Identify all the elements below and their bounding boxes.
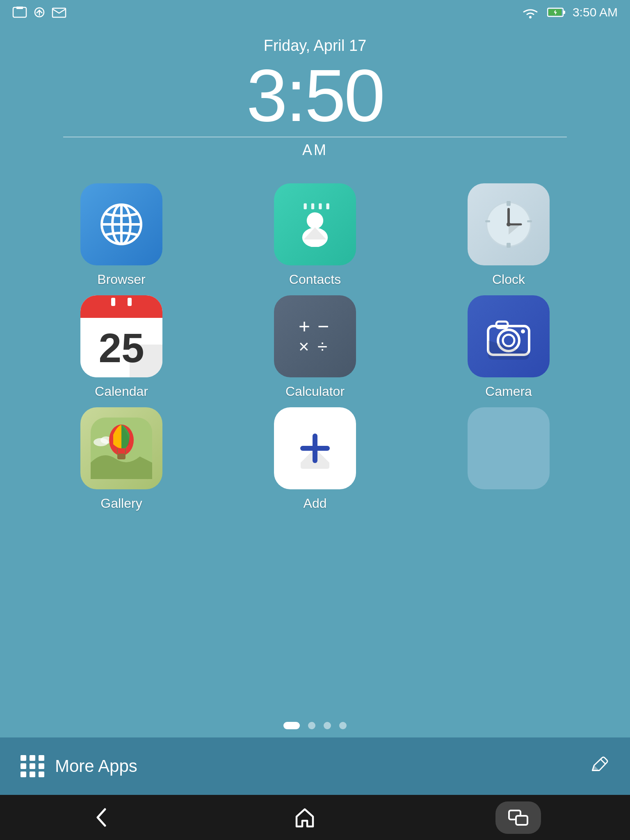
bottom-dock: More Apps xyxy=(0,737,630,795)
recents-icon xyxy=(507,806,530,829)
svg-text:×: × xyxy=(299,336,309,356)
page-dot-3[interactable] xyxy=(324,722,331,729)
gallery-label: Gallery xyxy=(100,496,142,511)
calendar-ring-left xyxy=(111,298,115,306)
svg-rect-25 xyxy=(527,220,532,222)
svg-rect-24 xyxy=(485,220,490,222)
nav-bar xyxy=(0,795,630,840)
back-button[interactable] xyxy=(89,805,114,830)
svg-rect-7 xyxy=(563,11,565,14)
browser-label: Browser xyxy=(97,272,145,287)
empty-slot xyxy=(468,407,550,489)
grid-dot xyxy=(30,763,35,769)
status-bar: 3:50 AM xyxy=(0,0,630,25)
app-add[interactable]: Add xyxy=(218,407,412,511)
battery-icon xyxy=(547,6,566,18)
add-svg xyxy=(294,428,336,469)
edit-button[interactable] xyxy=(589,755,609,777)
email-icon xyxy=(52,7,66,18)
svg-rect-26 xyxy=(507,201,511,206)
more-apps-button[interactable]: More Apps xyxy=(21,755,137,777)
gallery-svg xyxy=(91,418,152,479)
clock-section: Friday, April 17 3:50 AM xyxy=(0,25,630,167)
grid-dot xyxy=(30,772,35,777)
grid-dot xyxy=(39,763,44,769)
clock-divider xyxy=(63,137,567,137)
svg-rect-19 xyxy=(326,203,329,210)
grid-dot xyxy=(39,772,44,777)
svg-text:÷: ÷ xyxy=(317,336,327,356)
grid-dot xyxy=(39,755,44,761)
clock-svg xyxy=(482,198,535,251)
home-button[interactable] xyxy=(292,805,317,830)
home-screen: 3:50 AM Friday, April 17 3:50 AM Browser xyxy=(0,0,630,840)
camera-label: Camera xyxy=(485,384,532,399)
page-dot-1[interactable] xyxy=(283,722,300,729)
svg-rect-1 xyxy=(16,7,23,9)
clock-ampm: AM xyxy=(0,142,630,159)
svg-rect-44 xyxy=(117,454,126,459)
app-calculator[interactable]: + − × ÷ Calculator xyxy=(218,295,412,399)
home-icon xyxy=(292,805,317,830)
svg-point-5 xyxy=(529,16,532,18)
status-icons-right: 3:50 AM xyxy=(520,5,618,19)
page-dot-4[interactable] xyxy=(339,722,347,729)
svg-text:+: + xyxy=(299,315,310,337)
svg-point-30 xyxy=(507,222,511,226)
contacts-icon xyxy=(274,183,356,265)
app-camera[interactable]: Camera xyxy=(412,295,605,399)
grid-dot xyxy=(21,763,26,769)
upload-icon xyxy=(32,7,47,18)
screenshot-icon xyxy=(12,7,27,18)
camera-svg xyxy=(484,312,533,361)
app-gallery[interactable]: Gallery xyxy=(25,407,218,511)
app-clock[interactable]: Clock xyxy=(412,183,605,287)
contacts-label: Contacts xyxy=(289,272,341,287)
svg-rect-51 xyxy=(516,816,527,825)
gallery-icon xyxy=(80,407,162,489)
clock-app-icon xyxy=(468,183,550,265)
app-empty xyxy=(412,407,605,511)
globe-svg xyxy=(97,200,146,249)
calculator-svg: + − × ÷ xyxy=(290,312,340,361)
contacts-svg xyxy=(292,202,338,247)
svg-rect-16 xyxy=(304,203,307,210)
status-icons-left xyxy=(12,7,66,18)
svg-point-39 xyxy=(521,329,525,333)
recents-button[interactable] xyxy=(495,801,541,834)
page-indicators xyxy=(0,714,630,737)
app-contacts[interactable]: Contacts xyxy=(218,183,412,287)
grid-dot xyxy=(21,772,26,777)
app-browser[interactable]: Browser xyxy=(25,183,218,287)
grid-icon xyxy=(21,755,45,777)
status-time: 3:50 AM xyxy=(573,5,618,19)
add-label: Add xyxy=(304,496,327,511)
back-icon xyxy=(89,805,114,830)
browser-icon xyxy=(80,183,162,265)
clock-display: 3:50 xyxy=(0,59,630,132)
calendar-body: 25 xyxy=(80,318,162,377)
svg-rect-27 xyxy=(507,243,511,248)
more-apps-label: More Apps xyxy=(55,756,137,776)
calendar-label: Calendar xyxy=(95,384,148,399)
calendar-top xyxy=(80,295,162,318)
svg-point-20 xyxy=(307,212,323,229)
svg-rect-18 xyxy=(319,203,322,210)
calendar-shadow xyxy=(130,345,162,377)
clock-date: Friday, April 17 xyxy=(0,37,630,55)
add-icon xyxy=(274,407,356,489)
pencil-svg xyxy=(589,755,609,776)
apps-grid: Browser Contacts xyxy=(0,167,630,714)
clock-app-label: Clock xyxy=(492,272,525,287)
app-calendar[interactable]: 25 Calendar xyxy=(25,295,218,399)
calculator-label: Calculator xyxy=(285,384,345,399)
calendar-icon: 25 xyxy=(80,295,162,377)
svg-text:−: − xyxy=(317,315,329,337)
calculator-icon: + − × ÷ xyxy=(274,295,356,377)
camera-icon xyxy=(468,295,550,377)
page-dot-2[interactable] xyxy=(308,722,315,729)
grid-dot xyxy=(21,755,26,761)
grid-dot xyxy=(30,755,35,761)
svg-line-49 xyxy=(600,759,606,764)
wifi-icon xyxy=(520,6,541,18)
